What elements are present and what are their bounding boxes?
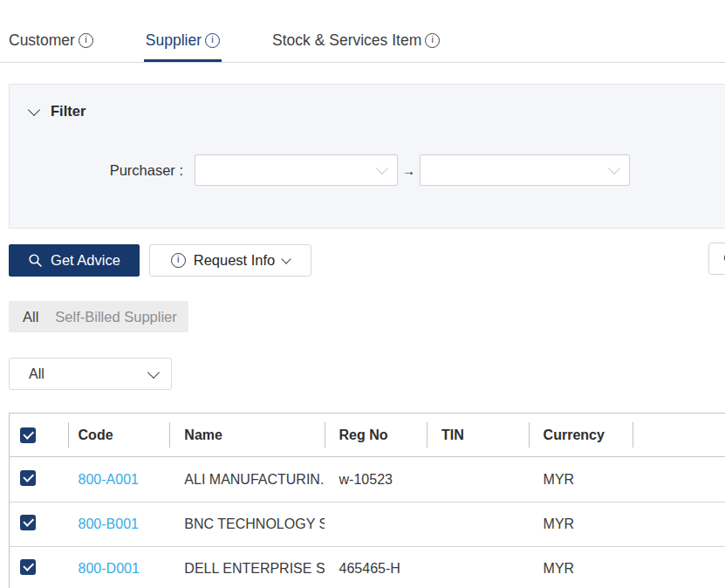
cell-code: 800-A001 [68,472,170,488]
table-row: 800-B001 BNC TECHNOLOGY S... MYR [10,502,725,546]
info-icon: i [425,33,440,48]
table-row: 800-D001 DELL ENTERPRISE SD... 465465-H … [10,546,725,588]
tab-customer[interactable]: Customer i [7,31,95,62]
select-all-checkbox[interactable] [20,427,36,443]
cell-currency: MYR [529,472,633,488]
supplier-table: Code Name Reg No TIN Currency 800-A001 A… [9,413,725,588]
cell-currency: MYR [529,561,633,577]
cell-reg-no: w-10523 [325,472,427,488]
status-filter-value: All [29,366,44,382]
chevron-down-icon [608,162,620,174]
purchaser-filter-row: Purchaser : → [10,154,630,186]
get-advice-button[interactable]: Get Advice [9,244,140,277]
tab-stock-services-item-label: Stock & Services Item [272,31,421,50]
header-cell-name[interactable]: Name [169,414,324,456]
purchaser-from-select[interactable] [195,154,398,186]
tab-supplier[interactable]: Supplier i [144,31,222,62]
segment-self-billed-supplier[interactable]: Self-Billed Supplier [55,309,176,325]
get-advice-label: Get Advice [51,252,120,269]
segment-all[interactable]: All [23,309,38,325]
request-info-label: Request Info [194,252,276,269]
header-cell-checkbox [10,414,68,456]
chevron-down-icon [147,366,160,378]
header-cell-currency[interactable]: Currency [529,414,633,456]
status-filter-dropdown[interactable]: All [9,358,172,390]
search-button-cutoff[interactable] [708,243,725,275]
header-cell-reg-no[interactable]: Reg No [325,414,427,456]
tab-stock-services-item[interactable]: Stock & Services Item i [270,31,441,62]
toolbar: Get Advice i Request Info [9,244,311,277]
cell-code: 800-B001 [68,516,170,532]
header-cell-code[interactable]: Code [68,414,170,456]
info-icon: i [205,33,220,48]
header-cell-tin[interactable]: TIN [427,414,529,456]
cell-name: BNC TECHNOLOGY S... [169,516,324,532]
chevron-down-icon [282,254,291,263]
row-checkbox[interactable] [20,470,36,486]
range-arrow-icon: → [402,163,415,178]
cell-name: DELL ENTERPRISE SD... [169,561,324,577]
cell-currency: MYR [529,516,633,532]
table-row: 800-A001 ALI MANUFACTURIN... w-10523 MYR [10,457,725,502]
row-checkbox[interactable] [20,559,36,575]
supplier-type-segments: All Self-Billed Supplier [9,301,188,332]
top-tabbar: Customer i Supplier i Stock & Services I… [0,0,725,63]
supplier-code-link[interactable]: 800-D001 [79,561,140,576]
filter-panel: Filter Purchaser : → [9,84,725,229]
search-icon [28,253,43,268]
cell-checkbox [10,515,68,534]
chevron-down-icon [28,103,40,115]
filter-collapse-toggle[interactable]: Filter [30,103,85,120]
filter-title: Filter [51,103,85,120]
header-cell-extra [633,414,725,456]
cell-code: 800-D001 [68,561,170,577]
chevron-down-icon [376,162,388,174]
cell-checkbox [10,559,68,578]
cell-reg-no: 465465-H [325,561,427,577]
tab-customer-label: Customer [9,31,75,50]
request-info-button[interactable]: i Request Info [149,244,311,277]
row-checkbox[interactable] [20,515,36,530]
info-icon: i [171,253,186,268]
cell-checkbox [10,470,68,489]
purchaser-label: Purchaser : [10,162,183,179]
purchaser-to-select[interactable] [420,154,630,186]
supplier-code-link[interactable]: 800-A001 [79,472,139,487]
table-header-row: Code Name Reg No TIN Currency [10,414,725,457]
tab-supplier-label: Supplier [146,31,202,50]
info-icon: i [79,33,93,48]
supplier-code-link[interactable]: 800-B001 [79,516,139,531]
cell-name: ALI MANUFACTURIN... [169,472,324,488]
